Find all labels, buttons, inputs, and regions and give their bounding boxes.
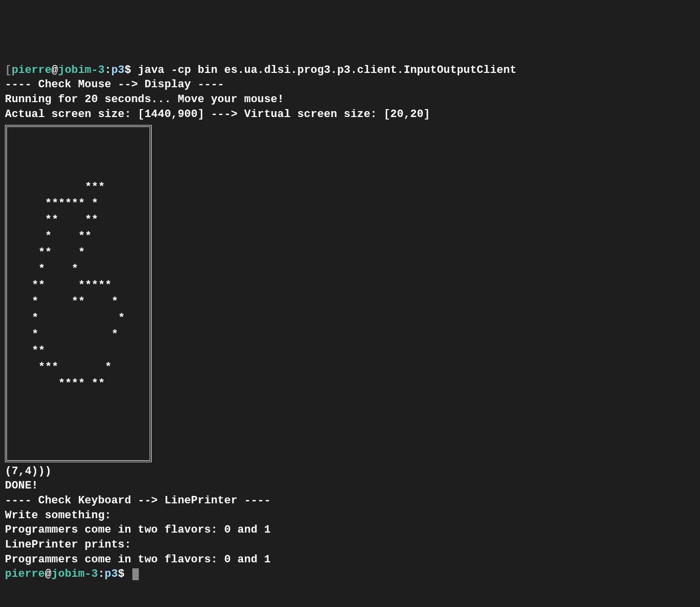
user-input-line: Programmers come in two flavors: 0 and 1 <box>5 524 271 536</box>
prompt-path: p3 <box>105 568 118 580</box>
command-text: java -cp bin es.ua.dlsi.prog3.p3.client.… <box>138 64 517 76</box>
output-line: Write something: <box>5 509 111 522</box>
output-coord: (7,4))) <box>5 465 52 478</box>
prompt-bracket: [ <box>5 64 11 76</box>
output-done: DONE! <box>5 480 38 492</box>
prompt-at: @ <box>52 64 58 76</box>
prompt-colon: : <box>105 64 111 76</box>
output-line: Running for 20 seconds... Move your mous… <box>5 93 284 106</box>
prompt-at: @ <box>45 568 51 580</box>
prompt-path: p3 <box>111 64 124 76</box>
prompt-host: jobim-3 <box>52 568 98 580</box>
cursor-icon[interactable] <box>132 568 139 580</box>
ascii-display-box: *** ****** * ** ** * ** ** * * * ** ****… <box>5 125 152 462</box>
prompt-colon: : <box>98 568 105 580</box>
terminal-output[interactable]: [pierre@jobim-3:p3$ java -cp bin es.ua.d… <box>5 63 695 582</box>
output-line: LinePrinter prints: <box>5 539 131 551</box>
output-line: Programmers come in two flavors: 0 and 1 <box>5 553 271 566</box>
prompt-user: pierre <box>5 568 45 580</box>
prompt-dollar: $ <box>118 568 131 580</box>
output-line: Actual screen size: [1440,900] ---> Virt… <box>5 108 430 121</box>
prompt-dollar: $ <box>124 64 138 76</box>
prompt-host: jobim-3 <box>58 64 105 76</box>
output-line: ---- Check Mouse --> Display ---- <box>5 78 224 91</box>
output-line: ---- Check Keyboard --> LinePrinter ---- <box>5 494 271 507</box>
prompt-user: pierre <box>11 64 51 76</box>
ascii-art: *** ****** * ** ** * ** ** * * * ** ****… <box>12 130 145 457</box>
